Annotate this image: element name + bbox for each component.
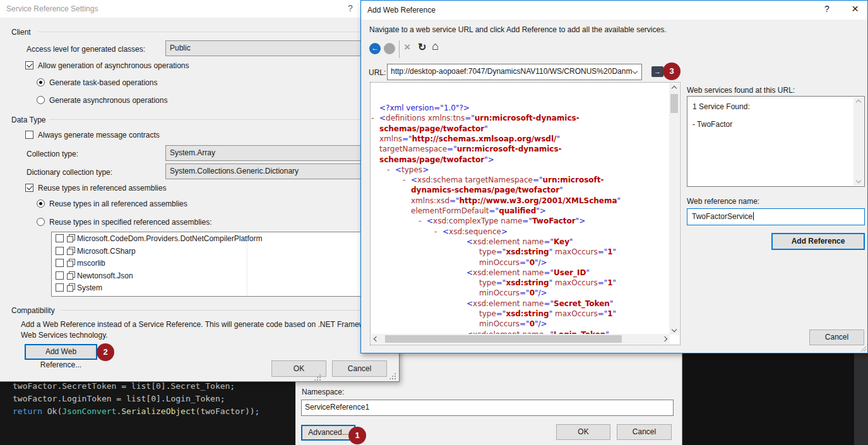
collection-type-label: Collection type: (27, 150, 78, 158)
xml-line: type="xsd:string" maxOccurs="1" (479, 278, 616, 287)
services-count: 1 Service Found: (693, 102, 750, 111)
delete-icon[interactable]: × (404, 41, 410, 54)
assembly-icon (67, 234, 74, 242)
wsdl-xml-content: <?xml version="1.0"?>-<definitions xmlns… (371, 83, 669, 335)
assembly-icon (67, 259, 74, 266)
cancel-button[interactable]: Cancel (332, 360, 387, 377)
task-based-radio[interactable] (37, 78, 45, 86)
xml-line: <definitions xmlns:tns="urn:microsoft-dy… (379, 114, 580, 122)
assembly-name: System (77, 283, 102, 292)
reuse-specified-label: Reuse types in specified referenced asse… (49, 218, 211, 227)
editor-scrollbar-strip[interactable] (854, 352, 868, 445)
reference-name-label: Web reference name: (687, 197, 759, 206)
code-line: twoFactor.LoginToken = list[0].Login_Tok… (13, 394, 225, 403)
allow-async-checkbox[interactable] (25, 61, 33, 69)
group-divider (49, 119, 399, 120)
assembly-checkbox[interactable] (56, 234, 64, 242)
chevron-down-icon[interactable] (633, 69, 638, 74)
reuse-types-checkbox[interactable] (25, 184, 33, 192)
refresh-icon[interactable]: ↻ (418, 41, 426, 53)
listbox-scrollbar[interactable] (853, 97, 864, 186)
add-web-reference-button[interactable]: Add Web Reference... (25, 344, 97, 360)
assembly-checkbox[interactable] (56, 296, 64, 297)
dialog-title: Add Web Reference (367, 6, 436, 15)
code-editor: twoFactor.SecretToken = list[0].Secret_T… (0, 382, 297, 445)
xml-line: elementFormDefault="qualified"> (411, 206, 546, 215)
reuse-all-label: Reuse types in all referenced assemblies (49, 199, 187, 208)
wsdl-xml-panel: <?xml version="1.0"?>-<definitions xmlns… (370, 82, 681, 345)
back-icon[interactable]: ← (369, 43, 381, 54)
scrollbar-thumb[interactable] (385, 335, 622, 343)
reuse-types-label: Reuse types in referenced assemblies (38, 184, 166, 193)
assembly-icon (67, 283, 74, 291)
assembly-icon (67, 296, 74, 297)
step-3-badge: 3 (663, 62, 681, 80)
reference-name-input[interactable]: TwoFactorService (687, 208, 865, 225)
ok-button[interactable]: OK (271, 360, 326, 377)
services-listbox[interactable]: 1 Service Found: - TwoFactor (687, 96, 865, 187)
task-based-label: Generate task-based operations (49, 78, 157, 87)
allow-async-label: Allow generation of asynchronous operati… (38, 61, 189, 70)
close-icon[interactable]: × (852, 2, 859, 16)
group-divider (61, 310, 399, 311)
async-ops-label: Generate asynchronous operations (49, 96, 167, 105)
add-reference-button[interactable]: Add Reference (771, 233, 865, 250)
collapse-marker-icon: - (434, 227, 437, 236)
async-ops-radio[interactable] (37, 96, 45, 104)
title-bar: Service Reference Settings ? (0, 0, 399, 18)
namespace-input[interactable]: ServiceReference1 (301, 400, 674, 416)
assembly-row[interactable]: System (52, 282, 398, 294)
service-reference-settings-dialog: Service Reference Settings ? Client Acce… (0, 0, 400, 382)
cancel-button[interactable]: Cancel (617, 424, 672, 440)
title-bar: Add Web Reference ? × (361, 1, 867, 20)
assembly-row[interactable]: Microsoft.CSharp (52, 245, 398, 258)
dictionary-type-label: Dictionary collection type: (27, 168, 112, 177)
assemblies-listbox[interactable]: Microsoft.CodeDom.Providers.DotNetCompil… (51, 232, 399, 297)
go-button[interactable]: → (651, 66, 663, 77)
client-group-label: Client (11, 28, 31, 37)
stop-icon[interactable] (384, 43, 395, 54)
assembly-checkbox[interactable] (56, 259, 64, 267)
step-2-badge: 2 (97, 343, 114, 361)
help-icon[interactable]: ? (348, 3, 353, 13)
instruction-text: Navigate to a web service URL and click … (369, 25, 666, 34)
resize-grip[interactable] (860, 345, 866, 352)
namespace-label: Namespace: (302, 388, 344, 396)
assembly-checkbox[interactable] (56, 283, 64, 292)
step-1-badge: 1 (348, 427, 366, 444)
reference-name-value: TwoFactorService (692, 212, 752, 221)
xml-line: minOccurs="0"/> (479, 288, 547, 297)
vertical-scrollbar[interactable] (669, 83, 679, 335)
collapse-marker-icon: - (403, 175, 405, 184)
ok-button[interactable]: OK (556, 424, 610, 440)
help-icon[interactable]: ? (824, 4, 829, 14)
xml-line: <?xml version="1.0"?> (379, 104, 470, 112)
xml-line: xmlns="http://schemas.xmlsoap.org/wsdl/" (379, 134, 560, 143)
assembly-row[interactable]: Newtonsoft.Json (52, 270, 398, 282)
compatibility-text-line2: Web Services technology. (21, 331, 108, 340)
scrollbar-thumb[interactable] (670, 94, 678, 113)
assembly-checkbox[interactable] (56, 271, 64, 280)
access-level-label: Access level for generated classes: (27, 45, 145, 54)
dialog-title: Service Reference Settings (6, 4, 98, 13)
service-item[interactable]: - TwoFactor (693, 120, 732, 129)
url-combobox[interactable]: http://desktop-aopoaef:7047/DynamicsNAV1… (387, 64, 642, 80)
cancel-button[interactable]: Cancel (809, 329, 864, 345)
reuse-specified-radio[interactable] (37, 218, 45, 226)
editor-background (682, 352, 868, 445)
collapse-marker-icon: - (387, 165, 389, 174)
xml-line: <xsd:complexType name="TwoFactor"> (427, 217, 585, 225)
assembly-checkbox[interactable] (56, 247, 64, 255)
advanced-button[interactable]: Advanced... (301, 425, 355, 441)
assembly-row[interactable]: Microsoft.CodeDom.Providers.DotNetCompil… (52, 232, 398, 245)
assembly-row[interactable]: System.ComponentModel.DataAnnotations (52, 294, 398, 297)
always-message-contracts-checkbox[interactable] (25, 131, 33, 139)
horizontal-scrollbar[interactable] (371, 334, 670, 344)
group-divider (38, 32, 399, 32)
collapse-marker-icon: - (419, 217, 421, 225)
reuse-all-radio[interactable] (37, 199, 45, 208)
xml-line: minOccurs="0"/> (479, 319, 547, 328)
home-icon[interactable]: ⌂ (432, 40, 439, 53)
assembly-row[interactable]: mscorlib (52, 257, 398, 270)
resize-grip[interactable] (389, 372, 396, 379)
